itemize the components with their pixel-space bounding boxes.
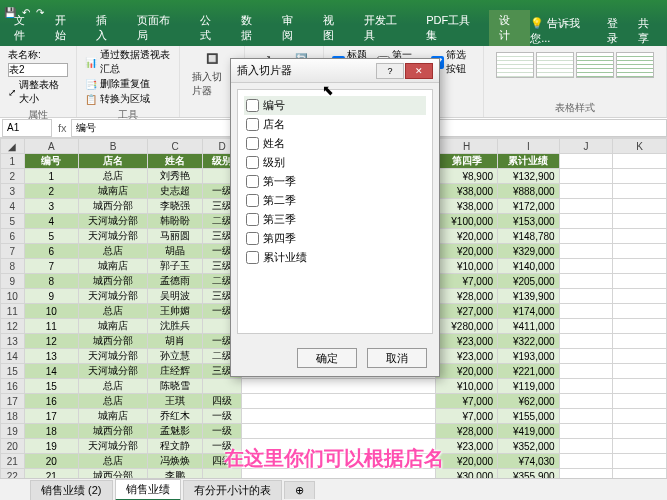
- tab-pdf[interactable]: PDF工具集: [416, 10, 489, 46]
- row-header[interactable]: 17: [1, 394, 25, 409]
- cell[interactable]: 总店: [78, 169, 148, 184]
- cell[interactable]: ¥20,000: [436, 244, 498, 259]
- cell[interactable]: 城南店: [78, 184, 148, 199]
- cell[interactable]: ¥38,000: [436, 199, 498, 214]
- cell[interactable]: 胡肖: [148, 334, 202, 349]
- tab-design[interactable]: 设计: [489, 10, 530, 46]
- cell[interactable]: 孙立慧: [148, 349, 202, 364]
- cell[interactable]: 天河城分部: [78, 349, 148, 364]
- col-header[interactable]: B: [78, 139, 148, 154]
- share-button[interactable]: 共享: [638, 16, 659, 46]
- tab-file[interactable]: 文件: [4, 10, 45, 46]
- slicer-field[interactable]: 累计业绩: [244, 248, 426, 267]
- cell[interactable]: 11: [24, 319, 78, 334]
- style-swatch[interactable]: [536, 52, 574, 78]
- cell[interactable]: ¥28,000: [436, 289, 498, 304]
- sheet-tab[interactable]: 销售业绩: [115, 479, 181, 501]
- fx-icon[interactable]: fx: [54, 122, 71, 134]
- cell[interactable]: ¥23,000: [436, 349, 498, 364]
- table-name-input[interactable]: [8, 63, 68, 77]
- cell[interactable]: 总店: [78, 244, 148, 259]
- slicer-field[interactable]: 第一季: [244, 172, 426, 191]
- tellme[interactable]: 💡 告诉我您...: [530, 16, 597, 46]
- slicer-field[interactable]: 第三季: [244, 210, 426, 229]
- slicer-field[interactable]: 姓名: [244, 134, 426, 153]
- tab-dev[interactable]: 开发工具: [354, 10, 416, 46]
- tab-insert[interactable]: 插入: [86, 10, 127, 46]
- cell[interactable]: 乔红木: [148, 409, 202, 424]
- cell[interactable]: 史志超: [148, 184, 202, 199]
- cell[interactable]: 7: [24, 259, 78, 274]
- cell[interactable]: ¥193,000: [498, 349, 560, 364]
- cell[interactable]: ¥888,000: [498, 184, 560, 199]
- row-header[interactable]: 3: [1, 184, 25, 199]
- cell[interactable]: 天河城分部: [78, 364, 148, 379]
- cell[interactable]: 17: [24, 409, 78, 424]
- row-header[interactable]: 6: [1, 229, 25, 244]
- cell[interactable]: 12: [24, 334, 78, 349]
- cell[interactable]: 10: [24, 304, 78, 319]
- row-header[interactable]: 13: [1, 334, 25, 349]
- cell[interactable]: 9: [24, 289, 78, 304]
- cell[interactable]: 城南店: [78, 259, 148, 274]
- cell[interactable]: 吴明波: [148, 289, 202, 304]
- cell[interactable]: ¥20,000: [436, 364, 498, 379]
- cell[interactable]: 四级: [202, 394, 242, 409]
- row-header[interactable]: 4: [1, 199, 25, 214]
- cell[interactable]: 马丽圆: [148, 229, 202, 244]
- cell[interactable]: 城西分部: [78, 334, 148, 349]
- row-header[interactable]: 10: [1, 289, 25, 304]
- col-header[interactable]: I: [498, 139, 560, 154]
- cell[interactable]: ¥139,900: [498, 289, 560, 304]
- cell[interactable]: ¥28,000: [436, 424, 498, 439]
- cell[interactable]: 3: [24, 199, 78, 214]
- cell[interactable]: 2: [24, 184, 78, 199]
- cell[interactable]: 13: [24, 349, 78, 364]
- cell[interactable]: 城西分部: [78, 424, 148, 439]
- col-header[interactable]: H: [436, 139, 498, 154]
- col-header[interactable]: C: [148, 139, 202, 154]
- cell[interactable]: 一级: [202, 424, 242, 439]
- cell[interactable]: 城南店: [78, 409, 148, 424]
- tab-home[interactable]: 开始: [45, 10, 86, 46]
- tab-formulas[interactable]: 公式: [190, 10, 231, 46]
- tab-layout[interactable]: 页面布局: [127, 10, 189, 46]
- cell[interactable]: 城南店: [78, 319, 148, 334]
- cell[interactable]: 4: [24, 214, 78, 229]
- cell[interactable]: 陈晓雪: [148, 379, 202, 394]
- cell[interactable]: 城西分部: [78, 274, 148, 289]
- row-header[interactable]: 15: [1, 364, 25, 379]
- cell[interactable]: 14: [24, 364, 78, 379]
- row-header[interactable]: 7: [1, 244, 25, 259]
- cell[interactable]: 王帅媚: [148, 304, 202, 319]
- col-header[interactable]: J: [559, 139, 613, 154]
- sheet-tab[interactable]: 销售业绩 (2): [30, 480, 113, 500]
- slicer-field[interactable]: 第二季: [244, 191, 426, 210]
- tab-review[interactable]: 审阅: [272, 10, 313, 46]
- cell[interactable]: 沈胜兵: [148, 319, 202, 334]
- style-swatch[interactable]: [496, 52, 534, 78]
- row-header[interactable]: 9: [1, 274, 25, 289]
- login-button[interactable]: 登录: [607, 16, 628, 46]
- styles-gallery[interactable]: [492, 48, 658, 82]
- cell[interactable]: 李晓强: [148, 199, 202, 214]
- cell[interactable]: ¥20,000: [436, 229, 498, 244]
- cell[interactable]: ¥10,000: [436, 379, 498, 394]
- cell[interactable]: ¥140,000: [498, 259, 560, 274]
- cell[interactable]: ¥7,000: [436, 274, 498, 289]
- row-header[interactable]: 12: [1, 319, 25, 334]
- cell[interactable]: ¥155,000: [498, 409, 560, 424]
- cell[interactable]: 总店: [78, 379, 148, 394]
- cell[interactable]: 店名: [78, 154, 148, 169]
- cell[interactable]: 总店: [78, 304, 148, 319]
- cell[interactable]: ¥148,780: [498, 229, 560, 244]
- cell[interactable]: ¥329,000: [498, 244, 560, 259]
- cell[interactable]: 天河城分部: [78, 214, 148, 229]
- row-header[interactable]: 14: [1, 349, 25, 364]
- cell[interactable]: 郭子玉: [148, 259, 202, 274]
- ok-button[interactable]: 确定: [297, 348, 357, 368]
- cell[interactable]: ¥119,000: [498, 379, 560, 394]
- row-header[interactable]: 8: [1, 259, 25, 274]
- cell[interactable]: 一级: [202, 409, 242, 424]
- row-header[interactable]: 16: [1, 379, 25, 394]
